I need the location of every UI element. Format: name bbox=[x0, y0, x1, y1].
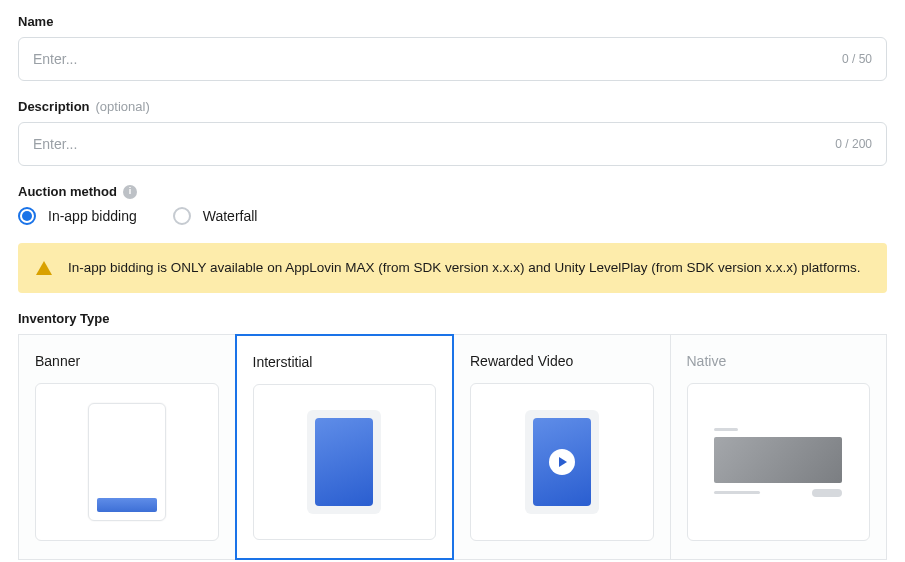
device-native-icon bbox=[714, 428, 842, 497]
name-input[interactable] bbox=[33, 51, 842, 67]
inventory-card-rewarded[interactable]: Rewarded Video bbox=[453, 334, 671, 560]
inventory-type-label: Inventory Type bbox=[18, 311, 887, 326]
auction-label-text: Auction method bbox=[18, 184, 117, 199]
radio-circle-icon bbox=[173, 207, 191, 225]
inventory-title-rewarded: Rewarded Video bbox=[470, 353, 654, 369]
preview-rewarded bbox=[470, 383, 654, 541]
description-optional: (optional) bbox=[96, 99, 150, 114]
auction-label: Auction method i bbox=[18, 184, 887, 199]
inventory-card-interstitial[interactable]: Interstitial bbox=[235, 334, 455, 560]
name-label: Name bbox=[18, 14, 887, 29]
radio-label-waterfall: Waterfall bbox=[203, 208, 258, 224]
warning-icon bbox=[36, 261, 52, 275]
preview-banner bbox=[35, 383, 219, 541]
description-label: Description (optional) bbox=[18, 99, 887, 114]
inventory-card-native: Native bbox=[670, 334, 888, 560]
radio-circle-icon bbox=[18, 207, 36, 225]
info-icon[interactable]: i bbox=[123, 185, 137, 199]
device-interstitial-icon bbox=[307, 410, 381, 514]
name-counter: 0 / 50 bbox=[842, 52, 872, 66]
preview-native bbox=[687, 383, 871, 541]
notice-text: In-app bidding is ONLY available on AppL… bbox=[68, 259, 861, 277]
preview-interstitial bbox=[253, 384, 437, 540]
inventory-title-interstitial: Interstitial bbox=[253, 354, 437, 370]
description-counter: 0 / 200 bbox=[835, 137, 872, 151]
auction-radio-group: In-app bidding Waterfall bbox=[18, 207, 887, 225]
play-icon bbox=[549, 449, 575, 475]
radio-in-app-bidding[interactable]: In-app bidding bbox=[18, 207, 137, 225]
notice-banner: In-app bidding is ONLY available on AppL… bbox=[18, 243, 887, 293]
radio-waterfall[interactable]: Waterfall bbox=[173, 207, 258, 225]
radio-label-in-app: In-app bidding bbox=[48, 208, 137, 224]
description-label-text: Description bbox=[18, 99, 90, 114]
device-rewarded-icon bbox=[525, 410, 599, 514]
description-field: Description (optional) 0 / 200 bbox=[18, 99, 887, 166]
description-input-wrap[interactable]: 0 / 200 bbox=[18, 122, 887, 166]
auction-field: Auction method i In-app bidding Waterfal… bbox=[18, 184, 887, 225]
name-field: Name 0 / 50 bbox=[18, 14, 887, 81]
inventory-title-native: Native bbox=[687, 353, 871, 369]
inventory-title-banner: Banner bbox=[35, 353, 219, 369]
device-banner-icon bbox=[88, 403, 166, 521]
description-input[interactable] bbox=[33, 136, 835, 152]
inventory-card-banner[interactable]: Banner bbox=[18, 334, 236, 560]
inventory-types-row: Banner Interstitial Rewarded Video Nativ… bbox=[18, 334, 887, 560]
name-input-wrap[interactable]: 0 / 50 bbox=[18, 37, 887, 81]
